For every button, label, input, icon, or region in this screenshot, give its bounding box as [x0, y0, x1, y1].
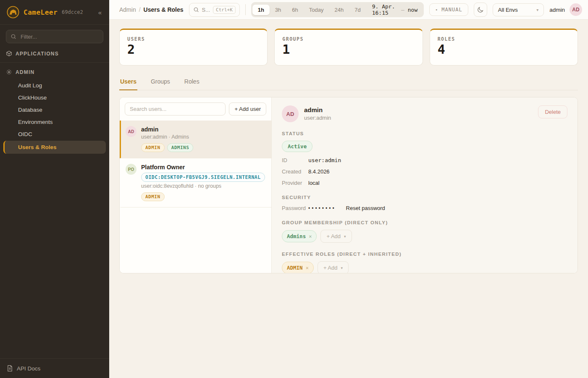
breadcrumb-separator: / [139, 6, 141, 13]
sidebar-header: CameLeer 69dcce2 « [0, 0, 109, 25]
detail-user-id: user:admin [304, 115, 331, 121]
role-chip-row: ADMIN × + Add ▾ [282, 261, 567, 273]
chevron-down-icon: ▾ [341, 266, 343, 270]
user-list-toolbar: + Add user [120, 97, 271, 121]
chip-label: Admins [287, 233, 306, 239]
detail-header: AD admin user:admin Delete [282, 105, 567, 122]
remove-icon[interactable]: × [309, 234, 312, 239]
api-docs-label: API Docs [17, 365, 40, 372]
reset-password-link[interactable]: Reset password [346, 205, 385, 211]
delete-user-button[interactable]: Delete [538, 105, 567, 118]
users-panel: + Add user AD admin user:admin · Admins … [119, 97, 578, 273]
tab-users[interactable]: Users [119, 74, 137, 90]
remove-icon[interactable]: × [306, 265, 309, 271]
field-provider: Provider local [282, 180, 567, 186]
app-root: CameLeer 69dcce2 « APPLICATION [0, 0, 588, 378]
add-label: + Add [326, 233, 341, 239]
sidebar-section-admin[interactable]: ADMIN [0, 63, 109, 79]
sidebar-item-oidc[interactable]: OIDC [3, 129, 106, 140]
time-range-display[interactable]: 9. Apr. 16:15 – now [366, 3, 423, 16]
range-today[interactable]: Today [304, 5, 329, 15]
field-created: Created 8.4.2026 [282, 168, 567, 175]
add-role-button[interactable]: + Add ▾ [318, 261, 349, 273]
field-label: ID [282, 157, 308, 163]
user-list-item-admin[interactable]: AD admin user:admin · Admins ADMIN ADMIN… [120, 121, 271, 158]
range-3h[interactable]: 3h [270, 5, 286, 15]
password-mask: •••••••• [308, 205, 336, 211]
breadcrumb-current: Users & Roles [144, 6, 184, 13]
global-search-button[interactable]: S... Ctrl+K [189, 3, 240, 17]
sidebar-item-audit-log[interactable]: Audit Log [3, 80, 106, 91]
user-meta: user:oidc:8evzqofluhld · no groups [141, 183, 265, 189]
sidebar: CameLeer 69dcce2 « APPLICATION [0, 0, 109, 378]
range-7d[interactable]: 7d [349, 5, 366, 15]
role-badge: ADMIN [141, 143, 165, 152]
stat-value: 4 [438, 43, 570, 56]
group-chip-admins: Admins × [282, 230, 317, 242]
user-list-item-platform-owner[interactable]: PO Platform Owner OIDC:DESKTOP-FB5VGJ9.S… [120, 158, 271, 207]
stat-value: 2 [127, 43, 260, 56]
effective-roles-heading: EFFECTIVE ROLES (DIRECT + INHERITED) [282, 252, 567, 257]
sidebar-item-environments[interactable]: Environments [3, 116, 106, 128]
field-value: local [308, 180, 320, 186]
role-badge: ADMIN [141, 192, 165, 201]
sidebar-section-applications[interactable]: APPLICATIONS [0, 45, 109, 60]
search-label: S... [202, 7, 210, 13]
tab-roles[interactable]: Roles [184, 74, 200, 90]
chevron-down-icon: ▾ [536, 8, 538, 12]
user-meta: user:admin · Admins [141, 134, 193, 140]
avatar: PO [126, 164, 136, 175]
stat-card-roles[interactable]: ROLES 4 [430, 29, 578, 66]
main-column: Admin / Users & Roles S... Ctrl+K 1h 3h … [109, 0, 588, 378]
field-label: Password [282, 205, 308, 211]
cube-icon [6, 50, 12, 57]
environment-select[interactable]: All Envs ▾ [493, 3, 544, 16]
user-list-pane: + Add user AD admin user:admin · Admins … [120, 97, 272, 273]
field-label: Provider [282, 180, 308, 186]
stat-card-groups[interactable]: GROUPS 1 [274, 29, 423, 66]
main-content: USERS 2 GROUPS 1 ROLES 4 Users Groups Ro… [109, 20, 588, 378]
stat-label: ROLES [438, 36, 570, 42]
refresh-mode-button[interactable]: • MANUAL [429, 3, 468, 16]
group-membership-heading: GROUP MEMBERSHIP (DIRECT ONLY) [282, 220, 567, 225]
field-password: Password •••••••• Reset password [282, 205, 567, 211]
sidebar-filter-input[interactable] [20, 33, 99, 40]
cameleer-logo-icon [7, 6, 19, 18]
search-icon [10, 34, 16, 39]
api-docs-link[interactable]: API Docs [0, 358, 109, 378]
user-menu[interactable]: admin AD [549, 3, 582, 16]
sidebar-divider [0, 62, 109, 63]
avatar[interactable]: AD [570, 3, 582, 16]
refresh-mode-label: MANUAL [441, 7, 462, 13]
sidebar-item-database[interactable]: Database [3, 104, 106, 116]
search-users-input[interactable] [125, 102, 226, 116]
environment-value: All Envs [498, 7, 518, 13]
range-1h[interactable]: 1h [252, 5, 270, 15]
tabs: Users Groups Roles [119, 74, 578, 90]
avatar: AD [126, 126, 136, 137]
add-group-button[interactable]: + Add ▾ [320, 230, 352, 243]
status-heading: STATUS [282, 131, 567, 136]
range-6h[interactable]: 6h [286, 5, 303, 15]
sidebar-item-users-roles[interactable]: Users & Roles [3, 141, 106, 154]
range-24h[interactable]: 24h [329, 5, 349, 15]
tab-groups[interactable]: Groups [150, 74, 171, 90]
admin-label: ADMIN [16, 69, 34, 75]
field-id: ID user:admin [282, 157, 567, 163]
sidebar-filter [6, 30, 103, 43]
oidc-badge: OIDC:DESKTOP-FB5VGJ9.SIEGELN.INTERNAL [141, 173, 265, 182]
status-dot-icon: • [435, 8, 438, 12]
time-dash: – [401, 7, 404, 13]
sidebar-collapse-icon[interactable]: « [97, 8, 103, 17]
add-user-button[interactable]: + Add user [229, 102, 266, 116]
time-to: now [408, 7, 417, 13]
document-icon [7, 365, 13, 372]
user-name: admin [141, 126, 193, 133]
dark-mode-toggle[interactable] [474, 3, 487, 17]
stat-card-users[interactable]: USERS 2 [119, 29, 268, 66]
breadcrumb-admin[interactable]: Admin [119, 6, 136, 13]
topbar: Admin / Users & Roles S... Ctrl+K 1h 3h … [109, 0, 588, 20]
sidebar-item-clickhouse[interactable]: ClickHouse [3, 92, 106, 103]
add-label: + Add [323, 265, 338, 271]
chip-label: ADMIN [287, 265, 303, 271]
